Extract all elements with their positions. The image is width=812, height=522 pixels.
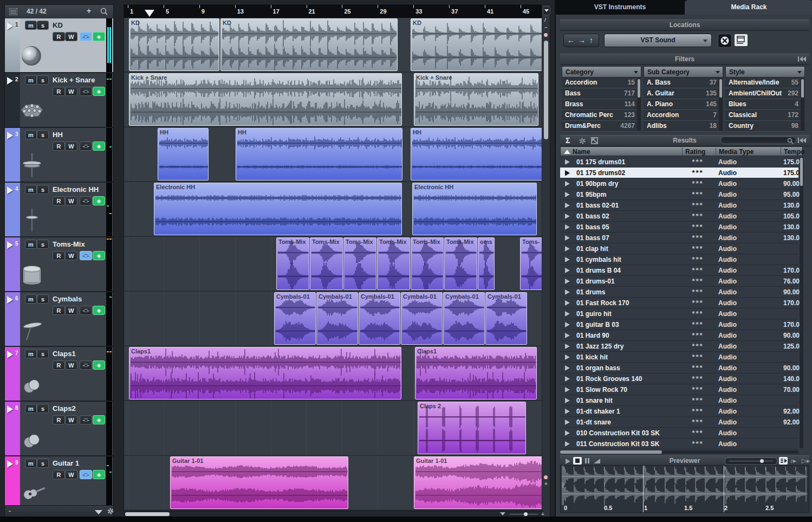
mute-button[interactable]: m [25,404,37,413]
input-output-button[interactable]: -□- [80,306,92,315]
track-row-electronic-hh[interactable]: 4msElectronic HHRW-□-◈ [5,183,113,237]
ruler-options-button[interactable] [543,7,550,15]
row-play-icon[interactable] [565,246,570,252]
column-header-name[interactable]: Name [573,147,590,157]
monitor-button[interactable]: ◈ [93,251,105,260]
monitor-button[interactable]: ◈ [93,32,105,41]
result-row-01-slow-rock-70[interactable]: 01 Slow Rock 70***Audio70.000 [560,384,798,395]
track-zoom-out-button[interactable]: - [9,507,11,515]
timeline-ruler[interactable]: 159131721252933374145 [124,5,550,18]
monitor-button[interactable]: ◈ [93,87,105,96]
solo-button[interactable]: s [37,185,49,194]
result-row-01-175-drums01[interactable]: 01 175 drums01***Audio175.000 [560,157,798,167]
results-hscrollbar-thumb[interactable] [560,450,662,454]
audio-event-toms-mix[interactable]: Toms-Mix [377,237,410,290]
results-settings-gear-icon[interactable] [579,137,586,145]
filter-item-brass[interactable]: Brass114 [562,99,641,110]
row-play-icon[interactable] [565,387,570,392]
preview-play-button[interactable] [566,459,570,464]
filter-column-scrollbar[interactable] [719,78,723,131]
filter-scrollbar-thumb[interactable] [801,79,804,98]
row-play-icon[interactable] [565,311,570,317]
track-row-kd[interactable]: 1msKDRW-□-◈ [5,18,113,73]
input-output-button[interactable]: -□- [80,87,92,96]
result-row-01-95bpm[interactable]: 01 95bpm***Audio95.000 [560,189,798,200]
track-row-claps2[interactable]: 8msClaps2RW-□-◈ [5,402,113,456]
tab-vst-instruments[interactable]: VST Instruments [556,0,684,15]
track-row-toms-mix[interactable]: 5msToms-MixRW-□-◈ [5,237,113,292]
row-play-icon[interactable] [565,170,570,176]
filter-column-header-category[interactable]: Category [562,66,641,78]
audio-event-hh[interactable]: HH [236,128,402,181]
preview-stop-button[interactable] [573,457,582,465]
audio-event-electronic-hh[interactable]: Electronic HH [412,183,537,235]
row-play-icon[interactable] [565,333,570,338]
audio-event-electronic-hh[interactable]: Electronic HH [154,183,402,235]
audio-event-toms-mix[interactable]: Toms-Mix [411,237,444,290]
automation-write-button[interactable]: W [65,87,77,96]
audio-event-hh[interactable]: HH [411,128,543,181]
result-row-01-fast-rock-170[interactable]: 01 Fast Rock 170***Audio170.000 [560,298,798,308]
preview-pause-button[interactable] [585,458,587,463]
automation-write-button[interactable]: W [65,470,77,479]
audio-event-cymbals-01[interactable]: Cymbals-01 [401,292,443,345]
row-play-icon[interactable] [565,441,570,447]
audio-event-kd[interactable]: KD [129,18,219,71]
automation-read-button[interactable]: R [53,196,65,205]
column-header-media-type[interactable]: Media Type [719,147,753,157]
track-row-claps1[interactable]: 7msClaps1RW-□-◈ [5,347,113,402]
result-row-01-jazz-125-dry[interactable]: 01 Jazz 125 dry***Audio125.000 [560,341,798,352]
previewer-waveform[interactable]: 00.511.522.5 [560,465,809,513]
open-browser-button[interactable] [735,34,748,46]
audio-event-kick-snare[interactable]: Kick + Snare [414,73,538,126]
sort-ascending-icon[interactable] [564,150,570,154]
filter-column-scrollbar[interactable] [801,78,804,131]
result-row-01-kick-hit[interactable]: 01 kick hit***Audio [560,352,798,363]
results-horizontal-scrollbar[interactable] [560,450,798,454]
vertical-zoom-out[interactable]: – [544,24,548,30]
results-scrollbar-thumb[interactable] [800,158,803,186]
audio-event-oms[interactable]: oms [478,237,495,290]
result-row-01-hard-90[interactable]: 01 Hard 90***Audio90.000 [560,330,798,341]
result-row-01-bass-02[interactable]: 01 bass 02***Audio105.000 [560,211,798,222]
row-play-icon[interactable] [565,279,570,284]
automation-write-button[interactable]: W [65,196,77,205]
input-output-button[interactable]: -□- [80,415,92,424]
row-play-icon[interactable] [565,344,570,349]
monitor-button[interactable]: ◈ [93,415,105,424]
automation-read-button[interactable]: R [53,415,65,424]
automation-write-button[interactable]: W [65,415,77,424]
row-play-icon[interactable] [565,376,570,382]
solo-button[interactable]: s [37,130,49,139]
preview-volume-slider-handle[interactable] [760,459,764,463]
automation-read-button[interactable]: R [53,306,65,315]
filter-scrollbar-thumb[interactable] [638,79,640,98]
search-tracks-icon[interactable] [100,8,108,15]
result-row-01-drums[interactable]: 01 drums***Audio90.000 [560,287,798,298]
results-vertical-scrollbar[interactable] [800,157,803,448]
monitor-button[interactable]: ◈ [93,141,105,151]
result-row-01-cymbals-hit[interactable]: 01 cymbals hit***Audio [560,254,798,265]
input-output-button[interactable]: -□- [80,196,92,205]
result-row-010-construction-kit-03-sk[interactable]: 010 Construction Kit 03 SK***Audio [560,428,798,439]
add-track-button[interactable]: + [87,7,91,15]
audio-event-toms-mix[interactable]: Toms-Mix [276,237,309,290]
remove-location-button[interactable] [718,34,732,48]
row-play-icon[interactable] [565,203,570,208]
row-play-icon[interactable] [565,192,570,197]
result-row-01-bass-05[interactable]: 01 bass 05***Audio130.000 [560,222,798,233]
automation-read-button[interactable]: R [53,32,65,41]
filter-item-country[interactable]: Country98 [725,121,805,132]
row-play-icon[interactable] [565,300,570,306]
solo-button[interactable]: s [37,21,49,30]
audio-event-toms-mix[interactable]: Toms-Mix [310,237,343,290]
vertical-scrollbar-thumb[interactable] [544,41,548,139]
audio-event-toms-[interactable]: Toms- [520,237,543,290]
audio-event-toms-mix[interactable]: Toms-Mix [343,237,376,290]
back-arrow-button[interactable]: ← [567,36,575,44]
filter-item-a-bass[interactable]: A. Bass37 [644,78,723,88]
audio-event-kick-snare[interactable]: Kick + Snare [129,73,402,126]
track-list-expand-icon[interactable] [95,510,102,514]
filter-item-a-piano[interactable]: A. Piano145 [644,99,723,110]
automation-read-button[interactable]: R [53,470,65,479]
